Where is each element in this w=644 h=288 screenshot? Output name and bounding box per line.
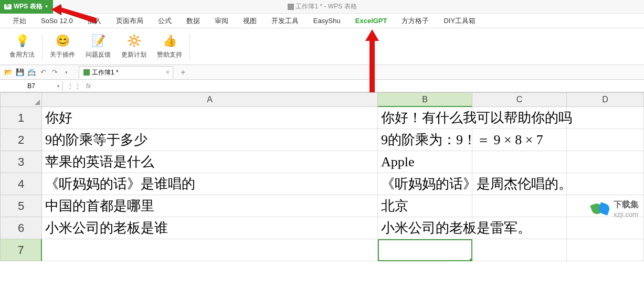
ribbon: 💡 食用方法 😊 关于插件 📝 问题反馈 🔆 更新计划 👍 赞助支持 [0, 28, 644, 65]
watermark-text: 下载集 xzji.com [614, 199, 639, 218]
thumbsup-icon: 👍 [162, 34, 177, 48]
spreadsheet-grid: A B C D 1 你好 你好！有什么我可以帮助你的吗 2 9的阶乘等于多少 9… [0, 92, 644, 261]
smile-icon: 😊 [55, 34, 70, 48]
watermark-logo-icon [592, 199, 610, 218]
cell-D4[interactable] [567, 173, 644, 195]
cell-A1[interactable]: 你好 [42, 107, 378, 129]
quick-access-row: 📂 💾 📇 ↶ ↷ ▾ 工作簿1 * × + [0, 65, 644, 80]
row-header-5[interactable]: 5 [0, 195, 42, 217]
app-badge[interactable]: WPS 表格 ▼ [0, 0, 53, 14]
menu-pagelayout[interactable]: 页面布局 [109, 14, 151, 28]
menu-ffgz[interactable]: 方方格子 [394, 14, 436, 28]
cell-B6[interactable]: 小米公司的老板是雷军。 [378, 217, 472, 239]
cell-D3[interactable] [567, 151, 644, 173]
cell-A2[interactable]: 9的阶乘等于多少 [42, 129, 378, 151]
formula-bar: B7 ▼ ⋮⋮ fx [0, 80, 644, 92]
sun-icon: 🔆 [126, 34, 141, 48]
ribbon-update[interactable]: 🔆 更新计划 [116, 31, 152, 61]
note-icon: 📝 [91, 34, 105, 48]
app-name: WPS 表格 [14, 2, 43, 11]
ribbon-about-label: 关于插件 [50, 50, 75, 59]
annotation-arrow-1 [51, 2, 99, 30]
ribbon-sponsor[interactable]: 👍 赞助支持 [152, 31, 187, 61]
print-icon[interactable]: 📇 [27, 68, 36, 77]
save-icon[interactable]: 💾 [16, 68, 24, 77]
fx-icon[interactable]: fx [86, 82, 91, 90]
col-header-C[interactable]: C [472, 92, 567, 107]
menu-easyshu[interactable]: EasyShu [306, 14, 348, 28]
quick-access-icons: 📂 💾 📇 ↶ ↷ ▾ [0, 68, 75, 77]
svg-marker-1 [365, 29, 379, 92]
ribbon-update-label: 更新计划 [121, 50, 146, 59]
cell-A6[interactable]: 小米公司的老板是谁 [42, 217, 378, 239]
window-title-text: 工作簿1 * - WPS 表格 [295, 2, 356, 11]
file-tab-label: 工作簿1 * [92, 68, 119, 77]
cell-C3[interactable] [472, 151, 567, 173]
redo-icon[interactable]: ↷ [50, 68, 59, 77]
close-icon[interactable]: × [166, 69, 170, 76]
cell-A7[interactable] [42, 239, 378, 261]
cell-C7[interactable] [472, 239, 567, 261]
row-header-4[interactable]: 4 [0, 173, 42, 195]
cell-D7[interactable] [567, 239, 644, 261]
chevron-down-icon[interactable]: ▼ [56, 84, 60, 89]
cell-B4[interactable]: 《听妈妈的话》是周杰伦唱的。 [378, 173, 472, 195]
ribbon-usage[interactable]: 💡 食用方法 [4, 31, 40, 61]
file-tab[interactable]: 工作簿1 * × [79, 66, 173, 79]
spreadsheet-icon [83, 69, 90, 76]
lightbulb-icon: 💡 [15, 34, 29, 48]
menu-start[interactable]: 开始 [5, 14, 34, 28]
ribbon-sponsor-label: 赞助支持 [157, 50, 182, 59]
cell-B2[interactable]: 9的阶乘为：9！＝ 9 × 8 × 7 [378, 129, 472, 151]
cell-B3[interactable]: Apple [378, 151, 472, 173]
cell-reference-box[interactable]: B7 ▼ [0, 81, 63, 91]
annotation-arrow-2 [364, 29, 380, 94]
more-icon[interactable]: ▾ [62, 68, 70, 77]
separator [42, 34, 43, 60]
cell-B5[interactable]: 北京 [378, 195, 472, 217]
row-header-6[interactable]: 6 [0, 217, 42, 239]
row-header-2[interactable]: 2 [0, 129, 42, 151]
menu-data[interactable]: 数据 [179, 14, 207, 28]
undo-icon[interactable]: ↶ [39, 68, 47, 77]
col-header-B[interactable]: B [378, 92, 472, 107]
window-title: 工作簿1 * - WPS 表格 [287, 2, 356, 11]
app-logo-icon [4, 4, 12, 9]
menu-formula[interactable]: 公式 [151, 14, 179, 28]
fx-area: ⋮⋮ fx [63, 82, 95, 90]
menu-excelgpt[interactable]: ExcelGPT [348, 14, 395, 28]
document-icon [287, 4, 293, 10]
cell-D6[interactable] [567, 217, 644, 239]
select-all-corner[interactable] [0, 92, 42, 107]
col-header-D[interactable]: D [567, 92, 644, 107]
menu-review[interactable]: 审阅 [207, 14, 236, 28]
watermark-brand: 下载集 [614, 199, 639, 210]
ribbon-about[interactable]: 😊 关于插件 [45, 31, 80, 61]
dots-icon[interactable]: ⋮⋮ [67, 82, 82, 90]
cell-B7-active[interactable] [378, 239, 472, 261]
watermark: 下载集 xzji.com [592, 199, 639, 218]
menu-view[interactable]: 视图 [236, 14, 264, 28]
ribbon-usage-label: 食用方法 [9, 50, 35, 59]
watermark-url: xzji.com [614, 210, 639, 218]
svg-marker-0 [51, 4, 96, 23]
cell-D2[interactable] [567, 129, 644, 151]
cell-A5[interactable]: 中国的首都是哪里 [42, 195, 378, 217]
chevron-down-icon[interactable]: ▼ [45, 4, 49, 9]
cell-A4[interactable]: 《听妈妈的话》是谁唱的 [42, 173, 378, 195]
cell-D1[interactable] [567, 107, 644, 129]
row-header-1[interactable]: 1 [0, 107, 42, 129]
ribbon-feedback[interactable]: 📝 问题反馈 [80, 31, 116, 61]
ribbon-feedback-label: 问题反馈 [86, 50, 111, 59]
menu-diy[interactable]: DIY工具箱 [436, 14, 483, 28]
cell-C5[interactable] [472, 195, 567, 217]
separator [189, 34, 190, 60]
col-header-A[interactable]: A [42, 92, 378, 107]
row-header-3[interactable]: 3 [0, 151, 42, 173]
cell-B1[interactable]: 你好！有什么我可以帮助你的吗 [378, 107, 472, 129]
row-header-7[interactable]: 7 [0, 239, 42, 261]
open-icon[interactable]: 📂 [4, 68, 13, 77]
add-tab-button[interactable]: + [177, 68, 188, 77]
cell-A3[interactable]: 苹果的英语是什么 [42, 151, 378, 173]
menu-devtools[interactable]: 开发工具 [264, 14, 306, 28]
